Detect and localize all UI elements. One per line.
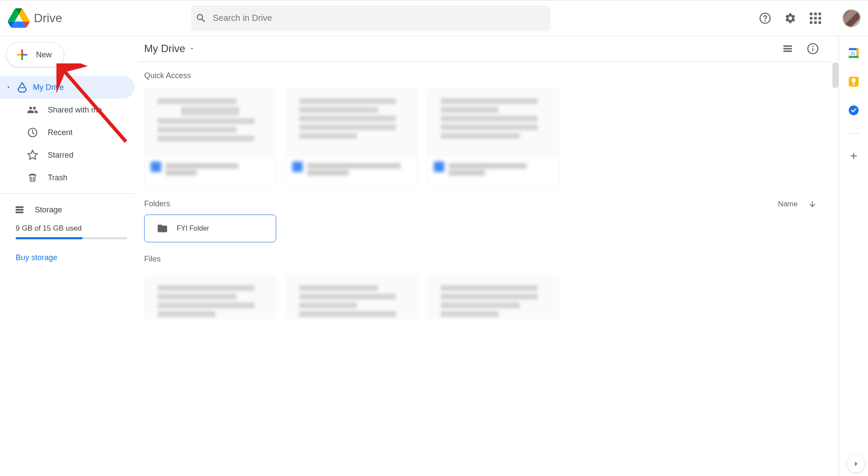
- plus-icon: [14, 47, 30, 63]
- folders-header: Folders Name: [135, 199, 838, 208]
- star-icon: [27, 149, 38, 161]
- app-header: Drive: [0, 0, 868, 36]
- svg-point-1: [765, 20, 765, 21]
- product-name: Drive: [34, 11, 62, 25]
- files-grid: [139, 276, 838, 319]
- new-button[interactable]: New: [6, 42, 64, 67]
- account-avatar[interactable]: [843, 10, 860, 27]
- svg-rect-3: [16, 206, 23, 208]
- nav-divider: [0, 193, 135, 194]
- folders-title: Folders: [144, 199, 170, 208]
- svg-rect-15: [852, 84, 855, 85]
- nav-my-drive[interactable]: My Drive: [0, 76, 135, 99]
- storage-icon: [14, 204, 25, 215]
- nav-recent[interactable]: Recent: [0, 121, 135, 144]
- search-bar[interactable]: [191, 5, 551, 31]
- support-icon[interactable]: [759, 12, 772, 25]
- calendar-app-icon[interactable]: 31: [848, 47, 859, 59]
- sidebar: New My Drive Shared with me: [0, 36, 135, 476]
- file-item[interactable]: [427, 276, 559, 319]
- folder-name: FYI Folder: [177, 225, 209, 232]
- nav-storage[interactable]: Storage: [14, 204, 127, 215]
- nav-starred[interactable]: Starred: [0, 144, 135, 166]
- quick-access-card[interactable]: [427, 88, 559, 186]
- storage-label: Storage: [35, 205, 62, 215]
- files-title: Files: [139, 248, 838, 271]
- nav-label: Trash: [48, 173, 67, 182]
- new-button-label: New: [36, 50, 52, 60]
- main-content: My Drive Quick Access: [135, 36, 838, 476]
- details-info-icon[interactable]: [806, 42, 819, 55]
- file-item[interactable]: [286, 276, 418, 319]
- svg-rect-4: [16, 209, 23, 211]
- drive-logo-icon: [8, 8, 30, 28]
- nav-label: Recent: [48, 128, 73, 137]
- recent-icon: [27, 127, 38, 138]
- google-apps-icon[interactable]: [809, 12, 822, 25]
- file-item[interactable]: [144, 276, 276, 319]
- search-options-dropdown-icon[interactable]: [540, 15, 546, 21]
- storage-bar: [16, 237, 127, 239]
- svg-text:31: 31: [850, 51, 855, 56]
- quick-access-card[interactable]: [286, 88, 418, 186]
- get-addons-icon[interactable]: [849, 151, 858, 163]
- keep-app-icon[interactable]: [848, 76, 859, 87]
- quick-access-title: Quick Access: [139, 62, 838, 88]
- nav-label: Shared with me: [48, 106, 102, 115]
- right-side-panel: 31: [838, 36, 868, 476]
- nav-shared-with-me[interactable]: Shared with me: [0, 99, 135, 121]
- my-drive-icon: [17, 82, 28, 93]
- main-header-actions: [781, 42, 819, 55]
- logo-area[interactable]: Drive: [8, 8, 142, 28]
- search-input[interactable]: [213, 13, 534, 23]
- breadcrumb-label: My Drive: [144, 43, 185, 55]
- quick-access-card[interactable]: [144, 88, 276, 186]
- list-view-icon[interactable]: [781, 42, 794, 55]
- sort-control[interactable]: Name: [778, 200, 817, 208]
- folder-icon: [157, 223, 168, 234]
- nav-label: Starred: [48, 151, 73, 160]
- hide-side-panel-icon[interactable]: [847, 455, 865, 473]
- storage-bar-fill: [16, 237, 83, 239]
- header-actions: [759, 10, 860, 27]
- breadcrumb[interactable]: My Drive: [144, 43, 195, 55]
- arrow-down-icon: [808, 200, 817, 208]
- quick-access-cards: [139, 88, 838, 186]
- nav: My Drive Shared with me Recent: [0, 76, 135, 189]
- rail-divider: [847, 133, 860, 134]
- svg-rect-5: [16, 212, 23, 213]
- folder-item[interactable]: FYI Folder: [144, 215, 276, 242]
- shared-icon: [27, 104, 38, 116]
- main-header: My Drive: [139, 36, 830, 62]
- nav-trash[interactable]: Trash: [0, 166, 135, 189]
- tasks-app-icon[interactable]: [848, 105, 859, 116]
- folder-list: FYI Folder: [139, 208, 838, 248]
- expand-icon[interactable]: [6, 85, 11, 89]
- scrollbar[interactable]: [832, 62, 838, 476]
- svg-point-8: [812, 46, 813, 46]
- storage-usage-text: 9 GB of 15 GB used: [16, 224, 127, 233]
- svg-rect-12: [848, 56, 858, 58]
- trash-icon: [27, 172, 38, 183]
- sort-label: Name: [778, 200, 798, 208]
- storage-section: Storage 9 GB of 15 GB used Buy storage: [0, 198, 135, 262]
- settings-gear-icon[interactable]: [784, 12, 797, 25]
- chevron-down-icon: [189, 46, 195, 52]
- buy-storage-link[interactable]: Buy storage: [16, 253, 127, 262]
- search-icon: [195, 13, 207, 24]
- nav-label: My Drive: [33, 83, 64, 92]
